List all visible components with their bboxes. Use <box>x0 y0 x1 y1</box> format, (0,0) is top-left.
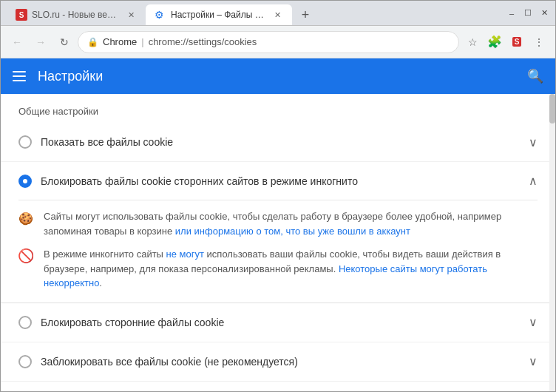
expanded-text-2: В режиме инкогнито сайты не могут исполь… <box>44 247 538 291</box>
minimize-button[interactable]: – <box>506 8 517 18</box>
window-controls: – ☐ ✕ <box>506 8 549 18</box>
section-label: Общие настройки <box>1 94 555 123</box>
chevron-block-incognito: ∧ <box>529 174 538 188</box>
maximize-button[interactable]: ☐ <box>523 8 533 18</box>
settings-search-button[interactable]: 🔍 <box>527 68 543 84</box>
new-tab-button[interactable]: + <box>295 4 316 25</box>
tab-settings[interactable]: ⚙ Настройки – Файлы cookie и др... ✕ <box>146 4 292 25</box>
link-1[interactable]: или информацию о том, что вы уже вошли в… <box>175 226 410 237</box>
extensions-button[interactable]: 🧩 <box>484 32 505 53</box>
option-show-all-header[interactable]: Показать все файлы cookie ∨ <box>18 123 538 161</box>
forward-button[interactable]: → <box>30 32 51 53</box>
radio-block-incognito[interactable] <box>18 175 32 188</box>
option-show-all-label: Показать все файлы cookie <box>41 136 520 148</box>
radio-block-all[interactable] <box>18 355 32 368</box>
settings-favicon: ⚙ <box>155 9 166 21</box>
url-bar[interactable]: 🔒 Chrome | chrome://settings/cookies <box>78 31 459 53</box>
option-block-incognito-header[interactable]: Блокировать файлы cookie сторонних сайто… <box>18 162 538 200</box>
option-block-all-header[interactable]: Заблокировать все файлы cookie (не реком… <box>18 342 538 381</box>
tab-slo[interactable]: S SLO.ru - Новые версии популяр... ✕ <box>7 4 146 25</box>
menu-button[interactable]: ⋮ <box>529 32 549 53</box>
scrollbar-thumb[interactable] <box>549 94 555 124</box>
option-block-incognito-row: Блокировать файлы cookie сторонних сайто… <box>1 162 555 200</box>
url-site-name: Chrome <box>103 36 137 47</box>
header-left: Настройки <box>13 69 103 84</box>
slo-favicon: S <box>16 9 27 21</box>
expanded-body: 🍪 Сайты могут использовать файлы cookie,… <box>1 200 555 303</box>
chevron-block-all: ∨ <box>529 354 538 368</box>
forward-icon: → <box>35 36 46 48</box>
option-show-all: Показать все файлы cookie ∨ <box>1 123 555 162</box>
star-icon: ☆ <box>468 36 478 48</box>
option-block-incognito-label: Блокировать файлы cookie сторонних сайто… <box>41 175 520 187</box>
refresh-icon: ↻ <box>60 36 69 48</box>
bookmark-button[interactable]: ☆ <box>462 32 483 53</box>
slo-icon: S <box>512 37 522 47</box>
back-button[interactable]: ← <box>7 32 27 53</box>
cookie-icon: 🍪 <box>18 211 33 226</box>
address-actions: ☆ 🧩 S ⋮ <box>462 32 549 53</box>
tab2-label: Настройки – Файлы cookie и др... <box>171 10 267 20</box>
search-icon: 🔍 <box>527 69 543 84</box>
option-block-third-party-header[interactable]: Блокировать сторонние файлы cookie ∨ <box>18 303 538 342</box>
url-path: chrome://settings/cookies <box>149 36 257 47</box>
title-bar: S SLO.ru - Новые версии популяр... ✕ ⚙ Н… <box>1 1 555 26</box>
option-block-incognito: Блокировать файлы cookie сторонних сайто… <box>1 162 555 303</box>
lock-icon: 🔒 <box>87 37 98 47</box>
link-2[interactable]: не могут <box>166 249 204 260</box>
chevron-block-third-party: ∨ <box>529 315 538 329</box>
option-block-third-party: Блокировать сторонние файлы cookie ∨ <box>1 303 555 342</box>
puzzle-icon: 🧩 <box>487 35 502 49</box>
tab1-close[interactable]: ✕ <box>125 9 137 21</box>
slo-extension-icon[interactable]: S <box>506 32 527 53</box>
settings-header: Настройки 🔍 <box>1 58 555 94</box>
link-3[interactable]: Некоторые сайты могут работать некоррект… <box>44 263 487 289</box>
refresh-button[interactable]: ↻ <box>54 32 75 53</box>
address-bar: ← → ↻ 🔒 Chrome | chrome://settings/cooki… <box>1 26 555 58</box>
url-separator: | <box>141 36 143 47</box>
settings-page-title: Настройки <box>38 69 103 84</box>
tab2-close[interactable]: ✕ <box>271 9 283 21</box>
expanded-text-1: Сайты могут использовать файлы cookie, ч… <box>44 209 538 238</box>
back-icon: ← <box>12 36 22 48</box>
settings-content: Общие настройки Показать все файлы cooki… <box>1 94 555 392</box>
tab1-label: SLO.ru - Новые версии популяр... <box>32 10 121 20</box>
hamburger-menu[interactable] <box>13 71 26 81</box>
option-block-all: Заблокировать все файлы cookie (не реком… <box>1 342 555 382</box>
tabs-area: S SLO.ru - Новые версии популяр... ✕ ⚙ Н… <box>7 1 316 25</box>
radio-show-all[interactable] <box>18 135 32 149</box>
radio-block-third-party[interactable] <box>18 316 32 329</box>
option-block-all-label: Заблокировать все файлы cookie (не реком… <box>41 356 520 368</box>
expanded-item-1: 🍪 Сайты могут использовать файлы cookie,… <box>18 209 538 238</box>
expanded-item-2: 🚫 В режиме инкогнито сайты не могут испо… <box>18 247 538 291</box>
close-button[interactable]: ✕ <box>539 8 549 18</box>
chevron-show-all: ∨ <box>529 135 538 149</box>
option-block-third-party-label: Блокировать сторонние файлы cookie <box>41 317 520 328</box>
block-icon: 🚫 <box>18 249 33 263</box>
menu-icon: ⋮ <box>534 36 544 48</box>
scrollbar-track[interactable] <box>549 94 555 392</box>
